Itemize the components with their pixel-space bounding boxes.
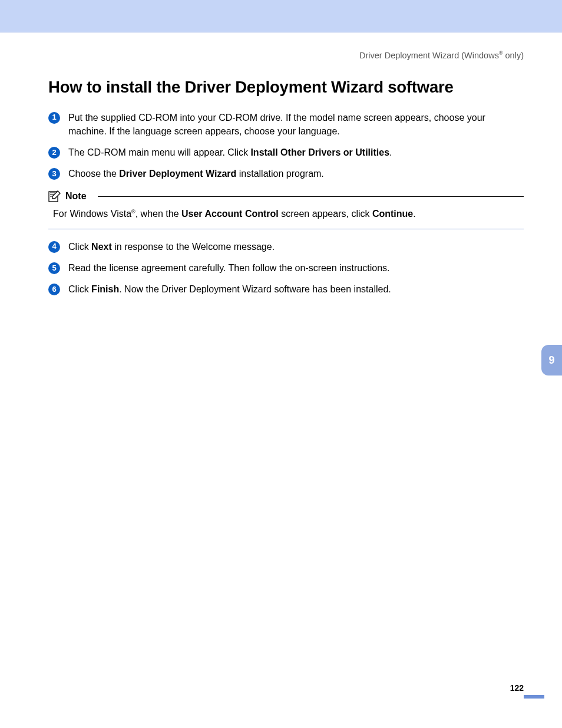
step-number-circle: 3 xyxy=(48,168,60,180)
step-number-circle: 6 xyxy=(48,284,60,295)
page-footer: 122 xyxy=(510,683,524,693)
step-text: Read the license agreement carefully. Th… xyxy=(68,261,524,275)
top-band xyxy=(0,0,562,32)
breadcrumb-pre: Driver Deployment Wizard (Windows xyxy=(359,51,499,60)
step-text: Click Finish. Now the Driver Deployment … xyxy=(68,282,524,296)
section-tab-number: 9 xyxy=(548,354,554,367)
step-text: Put the supplied CD-ROM into your CD-ROM… xyxy=(68,111,524,138)
page-title: How to install the Driver Deployment Wiz… xyxy=(48,78,524,97)
breadcrumb-post: only) xyxy=(503,51,524,60)
step-text: Click Next in response to the Welcome me… xyxy=(68,240,524,253)
step-item: 2The CD-ROM main menu will appear. Click… xyxy=(48,146,524,159)
page-number: 122 xyxy=(510,683,524,693)
note-body: For Windows Vista®, when the User Accoun… xyxy=(48,206,524,229)
note-block: Note For Windows Vista®, when the User A… xyxy=(48,190,524,229)
step-number-circle: 2 xyxy=(48,147,60,159)
step-item: 5Read the license agreement carefully. T… xyxy=(48,261,524,275)
step-text: Choose the Driver Deployment Wizard inst… xyxy=(68,167,524,180)
step-item: 6Click Finish. Now the Driver Deployment… xyxy=(48,282,524,296)
step-number-circle: 1 xyxy=(48,112,60,124)
note-bottom-rule xyxy=(48,229,524,229)
pencil-note-icon xyxy=(48,190,61,202)
section-tab: 9 xyxy=(541,345,562,375)
breadcrumb: Driver Deployment Wizard (Windows® only) xyxy=(48,50,524,60)
footer-accent-bar xyxy=(524,695,544,699)
step-number-circle: 5 xyxy=(48,262,60,274)
step-item: 4Click Next in response to the Welcome m… xyxy=(48,240,524,253)
step-text: The CD-ROM main menu will appear. Click … xyxy=(68,146,524,159)
note-label: Note xyxy=(65,191,87,202)
registered-mark: ® xyxy=(499,50,503,56)
steps-group-1: 1Put the supplied CD-ROM into your CD-RO… xyxy=(48,111,524,181)
step-item: 1Put the supplied CD-ROM into your CD-RO… xyxy=(48,111,524,138)
note-header: Note xyxy=(48,190,524,202)
page-content: Driver Deployment Wizard (Windows® only)… xyxy=(0,32,562,296)
steps-group-2: 4Click Next in response to the Welcome m… xyxy=(48,240,524,297)
step-item: 3Choose the Driver Deployment Wizard ins… xyxy=(48,167,524,180)
note-top-rule xyxy=(98,196,524,197)
step-number-circle: 4 xyxy=(48,241,60,253)
